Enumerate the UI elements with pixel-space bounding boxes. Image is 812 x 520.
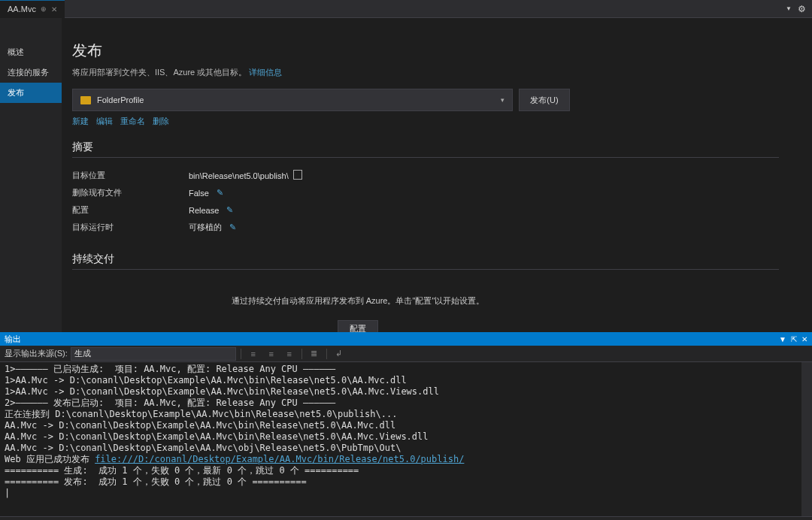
published-link[interactable]: file:///D:/conanl/Desktop/Example/AA.Mvc… bbox=[95, 454, 464, 464]
pin-icon[interactable]: ⊕ bbox=[41, 5, 47, 13]
pencil-icon[interactable]: ✎ bbox=[229, 222, 236, 232]
file-tab[interactable]: AA.Mvc ⊕ ✕ bbox=[0, 0, 65, 18]
edit-link[interactable]: 编辑 bbox=[96, 116, 113, 127]
tab-overflow-icon[interactable]: ▼ bbox=[786, 5, 792, 12]
page-title: 发布 bbox=[72, 41, 812, 61]
indent-left-icon[interactable]: ≡ bbox=[246, 347, 261, 361]
profile-name: FolderProfile bbox=[97, 95, 144, 104]
output-title: 输出 bbox=[5, 334, 21, 345]
scrollbar[interactable] bbox=[801, 362, 812, 516]
sidebar: 概述 连接的服务 发布 bbox=[0, 18, 62, 332]
new-link[interactable]: 新建 bbox=[72, 116, 89, 127]
indent-icon[interactable]: ≡ bbox=[282, 347, 297, 361]
tab-bar: AA.Mvc ⊕ ✕ ▼ ⚙ bbox=[0, 0, 812, 18]
page-subtitle: 将应用部署到文件夹、IIS、Azure 或其他目标。 详细信息 bbox=[72, 67, 812, 78]
summary-row-config: 配置 Release ✎ bbox=[72, 201, 812, 219]
output-toolbar: 显示输出来源(S): 生成 ≡ ≡ ≡ ≣ ↲ bbox=[0, 346, 812, 362]
summary-heading: 摘要 bbox=[72, 141, 779, 158]
wrap-icon[interactable]: ↲ bbox=[332, 347, 347, 361]
details-link[interactable]: 详细信息 bbox=[249, 68, 282, 77]
output-panel-header: 输出 ▼ ⇱ ✕ bbox=[0, 332, 812, 346]
rename-link[interactable]: 重命名 bbox=[120, 116, 145, 127]
clear-icon[interactable]: ≣ bbox=[307, 347, 322, 361]
summary-row-runtime: 目标运行时 可移植的 ✎ bbox=[72, 219, 812, 236]
pencil-icon[interactable]: ✎ bbox=[226, 205, 233, 215]
profile-dropdown[interactable]: FolderProfile ▾ bbox=[72, 89, 513, 111]
delete-link[interactable]: 删除 bbox=[153, 116, 169, 127]
output-source-select[interactable]: 生成 bbox=[71, 347, 236, 361]
sidebar-item-publish[interactable]: 发布 bbox=[0, 83, 62, 103]
folder-icon bbox=[80, 96, 91, 104]
publish-button[interactable]: 发布(U) bbox=[519, 89, 570, 111]
indent-right-icon[interactable]: ≡ bbox=[264, 347, 279, 361]
close-icon[interactable]: ✕ bbox=[51, 5, 57, 14]
cd-heading: 持续交付 bbox=[72, 252, 779, 270]
copy-icon[interactable] bbox=[295, 171, 302, 180]
summary-row-target: 目标位置 bin\Release\net5.0\publish\ bbox=[72, 167, 812, 184]
output-source-label: 显示输出来源(S): bbox=[5, 348, 68, 359]
status-bar bbox=[0, 516, 812, 520]
sidebar-item-overview[interactable]: 概述 bbox=[0, 42, 62, 62]
pin-icon[interactable]: ⇱ bbox=[791, 335, 797, 343]
summary-row-delete: 删除现有文件 False ✎ bbox=[72, 184, 812, 201]
pencil-icon[interactable]: ✎ bbox=[217, 188, 223, 198]
gear-icon[interactable]: ⚙ bbox=[798, 4, 806, 14]
tab-title: AA.Mvc bbox=[8, 5, 36, 14]
output-body[interactable]: 1>—————— 已启动生成: 项目: AA.Mvc, 配置: Release … bbox=[0, 362, 812, 516]
close-icon[interactable]: ✕ bbox=[801, 335, 807, 343]
configure-button[interactable]: 配置 bbox=[338, 320, 378, 332]
cd-description: 通过持续交付自动将应用程序发布到 Azure。单击"配置"以开始设置。 bbox=[72, 279, 644, 320]
content-area: 发布 将应用部署到文件夹、IIS、Azure 或其他目标。 详细信息 Folde… bbox=[62, 18, 812, 332]
chevron-down-icon: ▾ bbox=[501, 96, 504, 104]
dropdown-icon[interactable]: ▼ bbox=[779, 335, 786, 343]
sidebar-item-services[interactable]: 连接的服务 bbox=[0, 62, 62, 83]
